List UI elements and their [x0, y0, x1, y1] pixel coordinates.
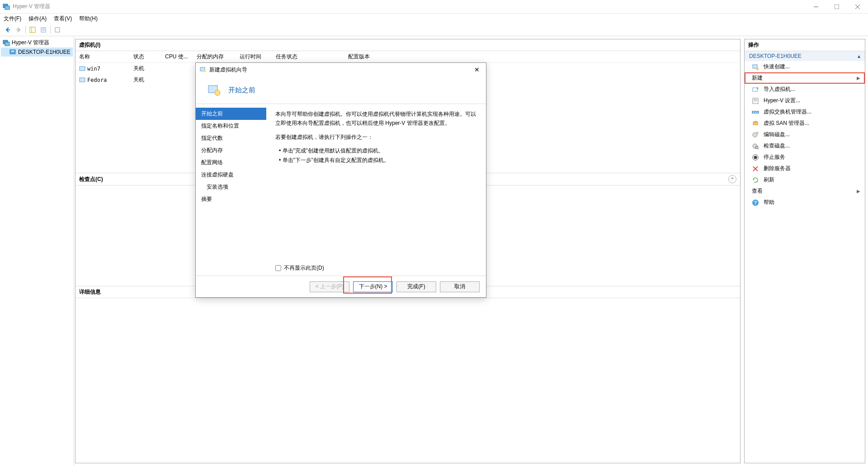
col-uptime[interactable]: 运行时间	[236, 51, 272, 62]
tree-root-label: Hyper-V 管理器	[12, 39, 49, 47]
svg-rect-10	[41, 28, 46, 32]
collapse-icon: ▴	[858, 53, 860, 59]
vm-icon	[79, 77, 85, 83]
properties-button[interactable]	[38, 25, 48, 35]
svg-rect-1	[5, 6, 9, 10]
vm-state: 关机	[130, 74, 161, 86]
action-remove-server[interactable]: 删除服务器	[745, 163, 865, 174]
wizard-nav: 开始之前 指定名称和位置 指定代数 分配内存 配置网络 连接虚拟硬盘 安装选项 …	[196, 104, 266, 276]
svg-point-21	[756, 67, 759, 70]
action-stop-service[interactable]: 停止服务	[745, 152, 865, 163]
svg-point-27	[753, 112, 754, 113]
wizard-nav-generation[interactable]: 指定代数	[196, 132, 266, 144]
import-icon	[752, 86, 759, 93]
action-refresh[interactable]: 刷新	[745, 174, 865, 185]
minimize-button[interactable]	[806, 0, 826, 14]
col-mem[interactable]: 分配的内存	[193, 51, 236, 62]
col-name[interactable]: 名称	[75, 51, 130, 62]
svg-rect-15	[5, 42, 9, 46]
actions-group-title: DESKTOP-E1H0UEE	[749, 53, 802, 59]
wizard-text-p1: 本向导可帮助你创建虚拟机。你可以使用虚拟机代替物理计算机实现各种用途。可以立即使…	[275, 109, 477, 128]
svg-rect-22	[753, 88, 757, 91]
toolbar	[0, 24, 868, 36]
vswitch-icon	[752, 109, 759, 116]
back-button[interactable]	[3, 25, 13, 35]
action-inspect-disk[interactable]: 检查磁盘...	[745, 140, 865, 152]
menu-help[interactable]: 帮助(H)	[79, 15, 98, 23]
wizard-nav-install[interactable]: 安装选项	[196, 181, 266, 193]
action-view[interactable]: 查看▶	[745, 185, 865, 197]
stop-icon	[752, 154, 759, 161]
window-titlebar: Hyper-V 管理器	[0, 0, 868, 14]
window-title: Hyper-V 管理器	[13, 3, 50, 10]
svg-point-29	[757, 112, 758, 113]
wizard-close-button[interactable]: ✕	[472, 66, 482, 73]
action-import-vm[interactable]: 导入虚拟机...	[745, 84, 865, 95]
settings-icon	[752, 97, 759, 105]
wizard-content: 本向导可帮助你创建虚拟机。你可以使用虚拟机代替物理计算机实现各种用途。可以立即使…	[266, 104, 486, 276]
svg-rect-19	[80, 78, 85, 82]
menu-view[interactable]: 查看(V)	[54, 15, 72, 23]
svg-point-43	[203, 70, 206, 72]
wizard-text-p2: 若要创建虚拟机，请执行下列操作之一：	[275, 133, 477, 142]
action-vsan[interactable]: 虚拟 SAN 管理器...	[745, 118, 865, 129]
server-icon	[3, 39, 10, 47]
host-icon	[9, 48, 16, 56]
chevron-right-icon: ▶	[857, 76, 860, 81]
svg-rect-18	[80, 67, 85, 71]
wizard-next-button[interactable]: 下一步(N) >	[353, 281, 393, 292]
wizard-cancel-button[interactable]: 取消	[440, 281, 480, 292]
menu-bar: 文件(F) 操作(A) 查看(V) 帮助(H)	[0, 14, 868, 24]
vm-state: 关机	[130, 63, 161, 74]
action-edit-disk[interactable]: 编辑磁盘...	[745, 129, 865, 140]
close-button[interactable]	[847, 0, 868, 14]
svg-rect-37	[754, 156, 757, 159]
wizard-heading: 开始之前	[228, 86, 255, 95]
app-icon	[3, 3, 10, 10]
svg-line-35	[758, 148, 759, 149]
vm-icon	[79, 66, 85, 72]
wizard-noshow-checkbox[interactable]	[275, 265, 281, 271]
tree-panel: Hyper-V 管理器 DESKTOP-E1H0UEE	[0, 36, 74, 466]
wizard-nav-disk[interactable]: 连接虚拟硬盘	[196, 169, 266, 181]
wizard-nav-network[interactable]: 配置网络	[196, 157, 266, 169]
refresh-icon	[752, 176, 759, 184]
help-icon: ?	[752, 199, 759, 206]
col-state[interactable]: 状态	[130, 51, 161, 62]
wizard-nav-name[interactable]: 指定名称和位置	[196, 120, 266, 132]
wizard-header-icon	[207, 83, 221, 97]
tree-node-desktop[interactable]: DESKTOP-E1H0UEE	[1, 48, 73, 57]
col-cpu[interactable]: CPU 使...	[161, 51, 193, 62]
chevron-up-icon[interactable]: ⌃	[728, 175, 736, 183]
vm-name: win7	[87, 66, 100, 72]
action-help[interactable]: ?帮助	[745, 197, 865, 208]
action-quick-create[interactable]: 快速创建...	[745, 61, 865, 72]
col-task[interactable]: 任务状态	[272, 51, 344, 62]
edit-disk-icon	[752, 131, 759, 138]
wizard-finish-button[interactable]: 完成(F)	[396, 281, 436, 292]
svg-point-45	[215, 90, 220, 95]
wizard-nav-memory[interactable]: 分配内存	[196, 144, 266, 157]
menu-action[interactable]: 操作(A)	[28, 15, 47, 23]
actions-group-header[interactable]: DESKTOP-E1H0UEE ▴	[745, 51, 865, 61]
new-vm-wizard-dialog: 新建虚拟机向导 ✕ 开始之前 开始之前 指定名称和位置 指定代数 分配内存 配置…	[195, 62, 486, 298]
maximize-button[interactable]	[826, 0, 847, 14]
chevron-right-icon: ▶	[857, 189, 860, 194]
help-button[interactable]	[52, 25, 62, 35]
vm-name: Fedora	[87, 77, 107, 83]
wizard-noshow-label: 不再显示此页(D)	[284, 264, 324, 272]
wizard-nav-summary[interactable]: 摘要	[196, 193, 266, 205]
quick-create-icon	[752, 63, 759, 71]
show-hide-tree-button[interactable]	[28, 25, 38, 35]
action-new[interactable]: 新建▶	[745, 72, 865, 84]
wizard-icon	[199, 66, 207, 73]
col-ver[interactable]: 配置版本	[344, 51, 399, 62]
action-hyperv-settings[interactable]: Hyper-V 设置...	[745, 95, 865, 106]
tree-root[interactable]: Hyper-V 管理器	[1, 38, 73, 48]
wizard-nav-before[interactable]: 开始之前	[196, 108, 266, 120]
forward-button[interactable]	[14, 25, 24, 35]
wizard-prev-button: < 上一步(P)	[310, 281, 349, 292]
action-vswitch[interactable]: 虚拟交换机管理器...	[745, 106, 865, 118]
vm-section-header: 虚拟机(I)	[75, 39, 740, 51]
menu-file[interactable]: 文件(F)	[4, 15, 21, 23]
